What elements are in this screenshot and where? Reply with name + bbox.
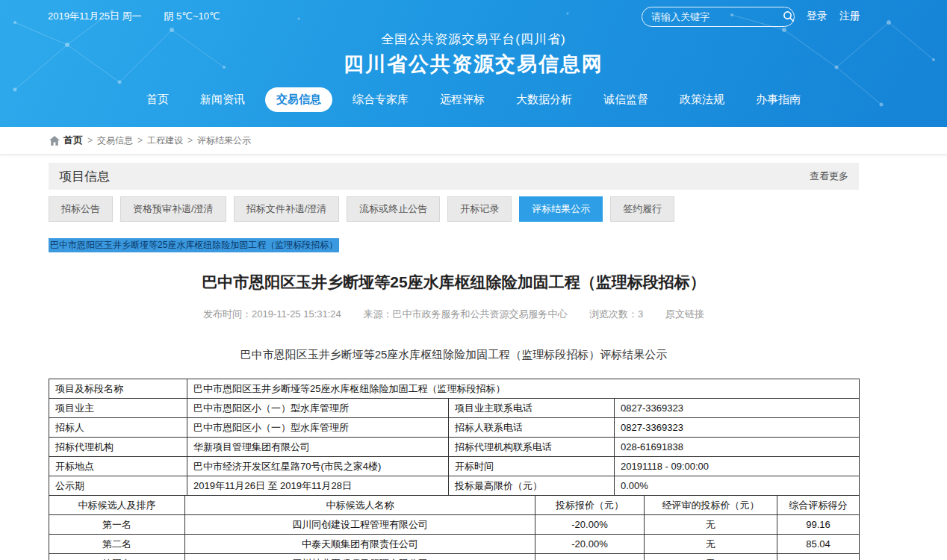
nav-item-trading-info[interactable]: 交易信息 [265,87,332,112]
info-value: 0827-3369323 [615,418,860,438]
nav-item-expert-db[interactable]: 综合专家库 [341,87,420,112]
topbar: 2019年11月25日 周一 阴 5℃~10℃ 登录 注册 [0,0,947,28]
table-row: 招标代理机构 华新项目管理集团有限公司 招标代理机构联系电话 028-61691… [49,438,860,457]
info-value: 华新项目管理集团有限公司 [187,438,449,457]
candidate-rank: 第三名 [49,554,185,560]
nav-item-news[interactable]: 新闻资讯 [189,87,256,112]
register-link[interactable]: 注册 [839,10,860,23]
tab-bid-opening-record[interactable]: 开标记录 [447,196,512,222]
info-label: 项目业主联系电话 [449,399,615,418]
info-label: 招标人 [49,418,187,438]
info-label: 开标地点 [49,457,187,476]
info-label: 招标代理机构联系电话 [449,438,615,457]
info-label: 投标最高限价（元） [449,476,615,496]
nav-item-integrity[interactable]: 诚信监督 [592,87,659,112]
info-value: 2019年11月26日 至 2019年11月28日 [187,476,449,496]
info-value: 0827-3369323 [615,399,860,418]
table-header-row: 中标候选人及排序 中标候选人名称 投标报价（元） 经评审的投标价（元） 综合评标… [49,496,860,515]
nav-item-home[interactable]: 首页 [135,87,180,112]
section-title: 项目信息 [59,168,110,185]
info-value: 巴中市恩阳区小（一）型水库管理所 [187,399,449,418]
weather-info: 阴 5℃~10℃ [164,10,220,23]
view-count: 浏览次数：3 [589,308,643,320]
nav-item-guide[interactable]: 办事指南 [745,87,812,112]
tab-evaluation-results[interactable]: 评标结果公示 [519,196,603,222]
info-value: 028-61691838 [615,438,860,457]
info-value: 巴中市经济开发区红星路70号(市民之家4楼) [187,457,449,476]
nav-item-big-data[interactable]: 大数据分析 [505,87,583,112]
selected-result-link[interactable]: 巴中市恩阳区玉井乡断垭等25座水库枢纽除险加固工程（监理标段招标） [49,238,339,252]
article-subtitle: 巴中市恩阳区玉井乡断垭等25座水库枢纽除险加固工程（监理标段招标）评标结果公示 [49,348,859,362]
table-row: 公示期 2019年11月26日 至 2019年11月28日 投标最高限价（元） … [49,476,860,496]
candidate-name: 四川同创建设工程管理有限公司 [185,515,535,535]
breadcrumb-separator: > [187,135,193,146]
tab-tender-announcement[interactable]: 招标公告 [49,196,113,222]
table-row: 开标地点 巴中市经济开发区红星路70号(市民之家4楼) 开标时间 2019111… [49,457,860,476]
project-info-table: 项目及标段名称 巴中市恩阳区玉井乡断垭等25座水库枢纽除险加固工程（监理标段招标… [49,379,860,496]
search-button[interactable] [783,10,795,22]
candidate-rank: 第二名 [49,535,185,554]
column-header: 投标报价（元） [535,496,645,515]
site-header: 2019年11月25日 周一 阴 5℃~10℃ 登录 注册 [0,0,947,127]
search-icon [783,10,795,22]
article-title: 巴中市恩阳区玉井乡断垭等25座水库枢纽除险加固工程（监理标段招标） [49,272,859,293]
table-row: 第一名 四川同创建设工程管理有限公司 -20.00% 无 99.16 [49,515,860,535]
original-link[interactable]: 原文链接 [665,308,704,320]
nav-item-policies[interactable]: 政策法规 [668,87,736,112]
main-nav: 首页 新闻资讯 交易信息 综合专家库 远程评标 大数据分析 诚信监督 政策法规 … [0,87,947,112]
column-header: 综合评标得分 [777,496,860,515]
tab-prequalification-addendum[interactable]: 资格预审补遗/澄清 [120,196,226,222]
table-row: 项目及标段名称 巴中市恩阳区玉井乡断垭等25座水库枢纽除险加固工程（监理标段招标… [49,379,860,399]
info-value: 巴中市恩阳区玉井乡断垭等25座水库枢纽除险加固工程（监理标段招标） [187,379,860,399]
breadcrumb-home[interactable]: 首页 [49,134,83,147]
site-name: 四川省公共资源交易信息网 [0,51,947,78]
candidate-rank: 第一名 [49,515,185,535]
project-info-header: 项目信息 查看更多 [49,163,859,190]
tab-contract-performance[interactable]: 签约履行 [610,196,674,222]
search-box[interactable] [642,7,795,27]
tab-tender-doc-addendum[interactable]: 招标文件补遗/澄清 [234,196,340,222]
login-link[interactable]: 登录 [807,10,828,23]
info-value: 巴中市恩阳区小（一）型水库管理所 [187,418,449,438]
info-label: 项目及标段名称 [49,379,187,399]
breadcrumb-evaluation-results[interactable]: 评标结果公示 [197,134,251,147]
bid-price: -20.00% [535,515,645,535]
info-label: 招标人联系电话 [449,418,615,438]
publish-time: 发布时间：2019-11-25 15:31:24 [203,308,341,320]
table-row: 招标人 巴中市恩阳区小（一）型水库管理所 招标人联系电话 0827-336932… [49,418,860,438]
info-value: 0.00% [615,476,860,496]
search-input[interactable] [651,11,783,22]
candidates-table: 中标候选人及排序 中标候选人名称 投标报价（元） 经评审的投标价（元） 综合评标… [49,495,860,560]
view-more-link[interactable]: 查看更多 [810,169,848,183]
breadcrumb-separator: > [87,135,93,146]
topbar-actions: 登录 注册 [642,7,860,27]
breadcrumb-trading-info[interactable]: 交易信息 [97,134,133,147]
info-label: 公示期 [49,476,187,496]
bid-price: -20.00% [535,554,645,560]
info-label: 项目业主 [49,399,187,418]
topbar-date-weather: 2019年11月25日 周一 阴 5℃~10℃ [48,10,220,23]
breadcrumb: 首页 > 交易信息 > 工程建设 > 评标结果公示 [0,127,947,155]
column-header: 中标候选人及排序 [49,496,185,515]
article-meta: 发布时间：2019-11-25 15:31:24 来源：巴中市政务服务和公共资源… [49,308,859,321]
platform-subtitle: 全国公共资源交易平台(四川省) [0,31,947,48]
info-value: 20191118 - 09:00:00 [615,457,860,476]
evaluation-score: 85.04 [777,535,860,554]
breadcrumb-separator: > [137,135,143,146]
table-row: 项目业主 巴中市恩阳区小（一）型水库管理所 项目业主联系电话 0827-3369… [49,399,860,418]
tab-failed-or-terminated[interactable]: 流标或终止公告 [347,196,440,222]
column-header: 中标候选人名称 [185,496,535,515]
site-titles: 全国公共资源交易平台(四川省) 四川省公共资源交易信息网 [0,31,947,78]
evaluated-price: 无 [645,515,777,535]
home-icon [49,136,60,146]
evaluation-score: 99.16 [777,515,860,535]
table-row: 第三名 四川兢业工程项目管理有限公司 -20.00% 无 80.20 [49,554,860,560]
info-label: 开标时间 [449,457,615,476]
candidate-name: 四川兢业工程项目管理有限公司 [185,554,535,560]
breadcrumb-engineering[interactable]: 工程建设 [147,134,183,147]
evaluated-price: 无 [645,535,777,554]
info-label: 招标代理机构 [49,438,187,457]
nav-item-remote-evaluation[interactable]: 远程评标 [429,87,496,112]
bid-price: -20.00% [535,535,645,554]
evaluated-price: 无 [645,554,777,560]
